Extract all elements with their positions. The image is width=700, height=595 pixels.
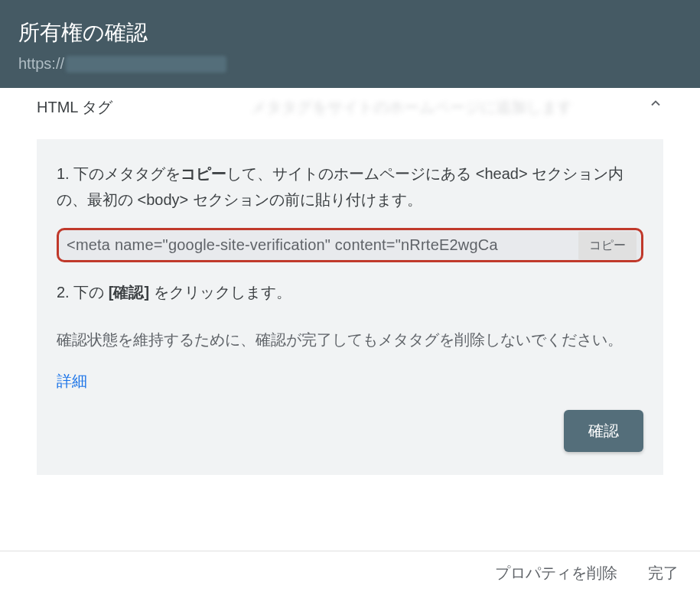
step2-suffix: をクリックします。 <box>149 284 291 301</box>
dialog-header: 所有権の確認 https:// <box>0 0 700 88</box>
step1-prefix: 1. 下のメタタグを <box>57 165 181 182</box>
dialog-title: 所有権の確認 <box>18 18 682 47</box>
verification-method-row[interactable]: HTML タグ メタタグをサイトのホームページに追加します <box>37 88 663 124</box>
property-url: https:// <box>18 55 682 73</box>
step2-prefix: 2. 下の <box>57 284 109 301</box>
details-link[interactable]: 詳細 <box>57 372 87 389</box>
method-label: HTML タグ <box>37 97 251 118</box>
method-description: メタタグをサイトのホームページに追加します <box>251 97 663 118</box>
copy-button[interactable]: コピー <box>578 231 637 259</box>
step-2: 2. 下の [確認] をクリックします。 <box>57 279 643 305</box>
done-button[interactable]: 完了 <box>648 563 679 584</box>
step1-bold: コピー <box>181 165 226 182</box>
url-prefix: https:// <box>18 55 64 73</box>
dialog-footer: プロパティを削除 完了 <box>0 551 700 595</box>
panel-actions: 確認 <box>57 410 643 452</box>
url-obscured <box>66 56 226 73</box>
dialog-content: HTML タグ メタタグをサイトのホームページに追加します 1. 下のメタタグを… <box>0 88 700 475</box>
meta-tag-field[interactable]: <meta name="google-site-verification" co… <box>57 228 643 262</box>
instructions-panel: 1. 下のメタタグをコピーして、サイトのホームページにある <head> セクシ… <box>37 139 663 475</box>
step-1: 1. 下のメタタグをコピーして、サイトのホームページにある <head> セクシ… <box>57 161 643 213</box>
meta-tag-text: <meta name="google-site-verification" co… <box>67 236 498 253</box>
step2-bold: [確認] <box>109 284 149 301</box>
verify-button[interactable]: 確認 <box>564 410 643 452</box>
remove-property-button[interactable]: プロパティを削除 <box>495 563 617 584</box>
chevron-up-icon[interactable] <box>648 96 663 111</box>
persistence-note: 確認状態を維持するために、確認が完了してもメタタグを削除しないでください。 <box>57 327 643 353</box>
